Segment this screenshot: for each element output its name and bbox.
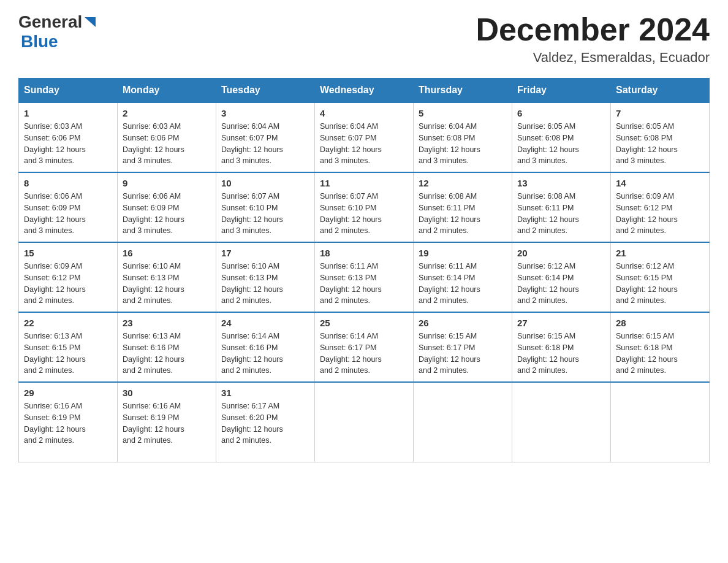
header-cell-sunday: Sunday xyxy=(19,79,118,103)
day-cell: 4 Sunrise: 6:04 AM Sunset: 6:07 PM Dayli… xyxy=(315,102,414,172)
day-number: 24 xyxy=(221,318,309,328)
day-cell: 3 Sunrise: 6:04 AM Sunset: 6:07 PM Dayli… xyxy=(216,102,315,172)
day-cell: 21 Sunrise: 6:12 AM Sunset: 6:15 PM Dayl… xyxy=(611,242,710,312)
day-info: Sunrise: 6:15 AM Sunset: 6:18 PM Dayligh… xyxy=(517,331,605,377)
day-cell: 28 Sunrise: 6:15 AM Sunset: 6:18 PM Dayl… xyxy=(611,312,710,382)
day-info: Sunrise: 6:09 AM Sunset: 6:12 PM Dayligh… xyxy=(24,261,112,307)
day-cell: 2 Sunrise: 6:03 AM Sunset: 6:06 PM Dayli… xyxy=(118,102,216,172)
day-number: 4 xyxy=(320,108,408,118)
day-info: Sunrise: 6:09 AM Sunset: 6:12 PM Dayligh… xyxy=(616,191,704,237)
day-cell: 10 Sunrise: 6:07 AM Sunset: 6:10 PM Dayl… xyxy=(216,172,315,242)
day-number: 15 xyxy=(24,248,112,258)
day-info: Sunrise: 6:17 AM Sunset: 6:20 PM Dayligh… xyxy=(221,400,309,446)
day-number: 13 xyxy=(517,178,605,188)
day-cell: 9 Sunrise: 6:06 AM Sunset: 6:09 PM Dayli… xyxy=(118,172,216,242)
day-number: 3 xyxy=(221,108,309,118)
day-cell xyxy=(315,382,414,462)
logo: General Blue xyxy=(18,12,97,52)
day-cell: 13 Sunrise: 6:08 AM Sunset: 6:11 PM Dayl… xyxy=(512,172,611,242)
day-number: 9 xyxy=(123,178,211,188)
day-cell: 17 Sunrise: 6:10 AM Sunset: 6:13 PM Dayl… xyxy=(216,242,315,312)
day-cell: 1 Sunrise: 6:03 AM Sunset: 6:06 PM Dayli… xyxy=(19,102,118,172)
day-number: 14 xyxy=(616,178,704,188)
day-number: 18 xyxy=(320,248,408,258)
title-block: December 2024 Valdez, Esmeraldas, Ecuado… xyxy=(476,12,710,66)
day-cell: 18 Sunrise: 6:11 AM Sunset: 6:13 PM Dayl… xyxy=(315,242,414,312)
day-number: 19 xyxy=(419,248,507,258)
day-info: Sunrise: 6:10 AM Sunset: 6:13 PM Dayligh… xyxy=(221,261,309,307)
header-cell-tuesday: Tuesday xyxy=(216,79,315,103)
day-cell: 26 Sunrise: 6:15 AM Sunset: 6:17 PM Dayl… xyxy=(414,312,512,382)
calendar-header: SundayMondayTuesdayWednesdayThursdayFrid… xyxy=(19,79,710,103)
header-cell-thursday: Thursday xyxy=(414,79,512,103)
day-number: 25 xyxy=(320,318,408,328)
day-info: Sunrise: 6:12 AM Sunset: 6:15 PM Dayligh… xyxy=(616,261,704,307)
day-number: 29 xyxy=(24,388,112,398)
day-cell: 15 Sunrise: 6:09 AM Sunset: 6:12 PM Dayl… xyxy=(19,242,118,312)
header-cell-monday: Monday xyxy=(118,79,216,103)
day-cell xyxy=(512,382,611,462)
svg-marker-0 xyxy=(85,17,96,27)
day-number: 6 xyxy=(517,108,605,118)
day-cell: 8 Sunrise: 6:06 AM Sunset: 6:09 PM Dayli… xyxy=(19,172,118,242)
logo-general: General xyxy=(18,12,82,32)
day-cell: 19 Sunrise: 6:11 AM Sunset: 6:14 PM Dayl… xyxy=(414,242,512,312)
page-header: General Blue December 2024 Valdez, Esmer… xyxy=(18,12,710,66)
day-info: Sunrise: 6:05 AM Sunset: 6:08 PM Dayligh… xyxy=(616,121,704,167)
day-info: Sunrise: 6:13 AM Sunset: 6:15 PM Dayligh… xyxy=(24,331,112,377)
day-info: Sunrise: 6:12 AM Sunset: 6:14 PM Dayligh… xyxy=(517,261,605,307)
header-row: SundayMondayTuesdayWednesdayThursdayFrid… xyxy=(19,79,710,103)
location-subtitle: Valdez, Esmeraldas, Ecuador xyxy=(476,50,710,66)
day-number: 26 xyxy=(419,318,507,328)
day-cell: 5 Sunrise: 6:04 AM Sunset: 6:08 PM Dayli… xyxy=(414,102,512,172)
day-cell: 16 Sunrise: 6:10 AM Sunset: 6:13 PM Dayl… xyxy=(118,242,216,312)
header-cell-saturday: Saturday xyxy=(611,79,710,103)
day-cell xyxy=(611,382,710,462)
day-number: 11 xyxy=(320,178,408,188)
day-number: 7 xyxy=(616,108,704,118)
day-info: Sunrise: 6:03 AM Sunset: 6:06 PM Dayligh… xyxy=(24,121,112,167)
day-number: 20 xyxy=(517,248,605,258)
day-number: 30 xyxy=(123,388,211,398)
day-cell: 11 Sunrise: 6:07 AM Sunset: 6:10 PM Dayl… xyxy=(315,172,414,242)
day-info: Sunrise: 6:03 AM Sunset: 6:06 PM Dayligh… xyxy=(123,121,211,167)
day-number: 17 xyxy=(221,248,309,258)
day-number: 22 xyxy=(24,318,112,328)
day-number: 2 xyxy=(123,108,211,118)
day-number: 21 xyxy=(616,248,704,258)
day-cell: 20 Sunrise: 6:12 AM Sunset: 6:14 PM Dayl… xyxy=(512,242,611,312)
day-info: Sunrise: 6:13 AM Sunset: 6:16 PM Dayligh… xyxy=(123,331,211,377)
day-cell: 22 Sunrise: 6:13 AM Sunset: 6:15 PM Dayl… xyxy=(19,312,118,382)
day-info: Sunrise: 6:07 AM Sunset: 6:10 PM Dayligh… xyxy=(320,191,408,237)
day-info: Sunrise: 6:15 AM Sunset: 6:17 PM Dayligh… xyxy=(419,331,507,377)
day-info: Sunrise: 6:06 AM Sunset: 6:09 PM Dayligh… xyxy=(123,191,211,237)
day-number: 27 xyxy=(517,318,605,328)
day-info: Sunrise: 6:04 AM Sunset: 6:08 PM Dayligh… xyxy=(419,121,507,167)
week-row-3: 15 Sunrise: 6:09 AM Sunset: 6:12 PM Dayl… xyxy=(19,242,710,312)
day-number: 16 xyxy=(123,248,211,258)
day-number: 31 xyxy=(221,388,309,398)
day-cell: 27 Sunrise: 6:15 AM Sunset: 6:18 PM Dayl… xyxy=(512,312,611,382)
month-title: December 2024 xyxy=(476,12,710,47)
day-cell: 24 Sunrise: 6:14 AM Sunset: 6:16 PM Dayl… xyxy=(216,312,315,382)
header-cell-wednesday: Wednesday xyxy=(315,79,414,103)
calendar-table: SundayMondayTuesdayWednesdayThursdayFrid… xyxy=(18,78,710,462)
day-number: 8 xyxy=(24,178,112,188)
day-info: Sunrise: 6:07 AM Sunset: 6:10 PM Dayligh… xyxy=(221,191,309,237)
day-cell: 14 Sunrise: 6:09 AM Sunset: 6:12 PM Dayl… xyxy=(611,172,710,242)
day-cell: 29 Sunrise: 6:16 AM Sunset: 6:19 PM Dayl… xyxy=(19,382,118,462)
day-info: Sunrise: 6:11 AM Sunset: 6:14 PM Dayligh… xyxy=(419,261,507,307)
day-cell: 6 Sunrise: 6:05 AM Sunset: 6:08 PM Dayli… xyxy=(512,102,611,172)
day-info: Sunrise: 6:08 AM Sunset: 6:11 PM Dayligh… xyxy=(419,191,507,237)
day-info: Sunrise: 6:06 AM Sunset: 6:09 PM Dayligh… xyxy=(24,191,112,237)
day-cell: 7 Sunrise: 6:05 AM Sunset: 6:08 PM Dayli… xyxy=(611,102,710,172)
day-info: Sunrise: 6:14 AM Sunset: 6:16 PM Dayligh… xyxy=(221,331,309,377)
day-cell: 12 Sunrise: 6:08 AM Sunset: 6:11 PM Dayl… xyxy=(414,172,512,242)
day-number: 1 xyxy=(24,108,112,118)
week-row-4: 22 Sunrise: 6:13 AM Sunset: 6:15 PM Dayl… xyxy=(19,312,710,382)
day-cell xyxy=(414,382,512,462)
day-info: Sunrise: 6:04 AM Sunset: 6:07 PM Dayligh… xyxy=(320,121,408,167)
day-number: 10 xyxy=(221,178,309,188)
day-cell: 25 Sunrise: 6:14 AM Sunset: 6:17 PM Dayl… xyxy=(315,312,414,382)
logo-arrow-icon xyxy=(83,16,97,29)
